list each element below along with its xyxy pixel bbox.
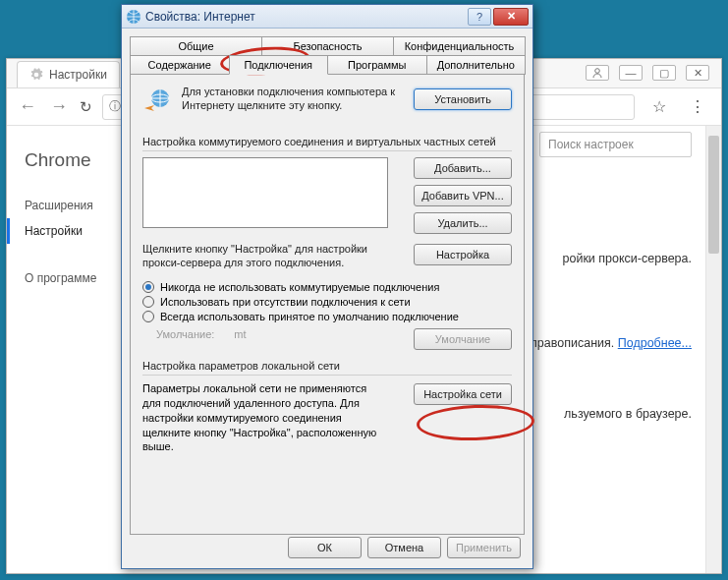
dialog-close-button[interactable]: ✕ — [493, 8, 529, 26]
tab-content[interactable]: Содержание — [130, 55, 230, 75]
connections-tab-pane: Для установки подключения компьютера к И… — [130, 75, 525, 535]
remove-button[interactable]: Удалить... — [414, 212, 512, 234]
scrollbar-thumb[interactable] — [708, 136, 719, 254]
reload-button[interactable]: ↻ — [80, 98, 92, 116]
tab-programs[interactable]: Программы — [327, 55, 427, 75]
chrome-sidebar: Chrome Расширения Настройки О программе — [7, 126, 140, 573]
globe-arrow-icon — [142, 87, 174, 118]
lan-group-title: Настройка параметров локальной сети — [142, 360, 512, 372]
tab-privacy[interactable]: Конфиденциальность — [393, 36, 526, 56]
globe-icon — [126, 9, 141, 25]
dialup-group-title: Настройка коммутируемого соединения и ви… — [142, 136, 512, 147]
chrome-close-button[interactable]: ✕ — [686, 65, 709, 81]
chrome-minimize-button[interactable]: — — [619, 65, 643, 81]
ok-button[interactable]: ОК — [288, 537, 362, 558]
setup-intro-text: Для установки подключения компьютера к И… — [182, 85, 398, 113]
dialog-titlebar[interactable]: Свойства: Интернет ? ✕ — [122, 5, 532, 29]
tab-general[interactable]: Общие — [130, 36, 262, 56]
forward-button[interactable]: → — [48, 96, 70, 117]
dialog-title: Свойства: Интернет — [145, 10, 468, 24]
lan-settings-button[interactable]: Настройка сети — [414, 383, 512, 405]
cancel-button[interactable]: Отмена — [367, 537, 441, 558]
chrome-avatar-button[interactable] — [586, 65, 609, 81]
divider — [142, 375, 512, 376]
radio-never-dial[interactable]: Никогда не использовать коммутируемые по… — [142, 281, 512, 293]
radio-icon — [142, 296, 154, 308]
svg-point-0 — [595, 69, 600, 74]
chrome-menu-button[interactable]: ⋮ — [684, 97, 711, 116]
radio-icon — [142, 311, 154, 322]
chrome-maximize-button[interactable]: ▢ — [652, 65, 676, 81]
internet-properties-dialog: Свойства: Интернет ? ✕ Общие Безопасност… — [121, 4, 533, 569]
back-button[interactable]: ← — [17, 96, 38, 117]
settings-button[interactable]: Настройка — [414, 244, 512, 265]
default-value: mt — [234, 328, 246, 340]
chrome-text-browser: льзуемого в браузере. — [564, 407, 692, 421]
tab-connections[interactable]: Подключения — [229, 55, 329, 75]
radio-icon — [142, 281, 154, 293]
chrome-text-proxy: ройки прокси-сервера. — [563, 252, 692, 265]
tab-advanced[interactable]: Дополнительно — [426, 55, 527, 75]
tab-security[interactable]: Безопасность — [261, 36, 394, 56]
chrome-settings-search[interactable]: Поиск настроек — [539, 132, 692, 157]
default-label: Умолчание: — [156, 328, 214, 340]
chrome-tab-settings[interactable]: Настройки — [17, 61, 120, 87]
chrome-scrollbar[interactable] — [705, 126, 721, 573]
add-vpn-button[interactable]: Добавить VPN... — [414, 185, 512, 206]
lan-text: Параметры локальной сети не применяются … — [142, 381, 383, 454]
divider — [142, 150, 512, 151]
dialog-help-button[interactable]: ? — [468, 8, 491, 26]
setup-button[interactable]: Установить — [414, 88, 512, 110]
chrome-window-buttons: — ▢ ✕ — [586, 65, 709, 81]
url-info-icon: ⓘ — [109, 98, 121, 115]
set-default-button: Умолчание — [414, 328, 512, 350]
apply-button: Применить — [447, 537, 521, 558]
add-button[interactable]: Добавить... — [414, 157, 512, 179]
radio-dial-no-net[interactable]: Использовать при отсутствии подключения … — [142, 296, 512, 308]
dialog-bottom-buttons: ОК Отмена Применить — [288, 537, 521, 558]
radio-always-dial[interactable]: Всегда использовать принятое по умолчани… — [142, 311, 512, 322]
connections-listbox[interactable] — [142, 157, 388, 228]
sidebar-item-settings[interactable]: Настройки — [7, 218, 140, 244]
chrome-learnmore-link[interactable]: Подробнее... — [618, 336, 692, 350]
bookmark-button[interactable]: ☆ — [644, 97, 674, 116]
chrome-tab-label: Настройки — [49, 68, 107, 82]
proxy-hint-text: Щелкните кнопку "Настройка" для настройк… — [142, 242, 383, 270]
chrome-text-spell: и правописания. Подробнее... — [521, 336, 692, 350]
gear-icon — [29, 68, 43, 82]
